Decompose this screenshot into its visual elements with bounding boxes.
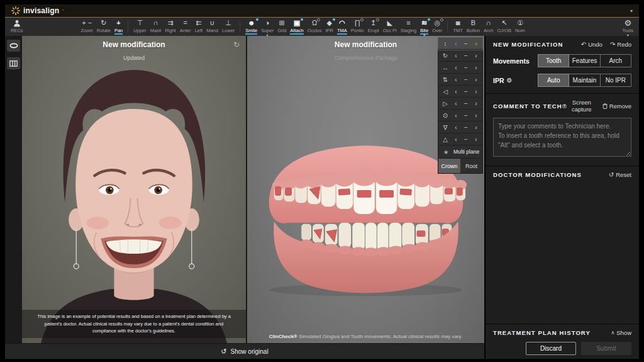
tool-tools[interactable]: ⚙ Tools	[620, 18, 635, 36]
remove-button[interactable]: Remove	[602, 103, 631, 110]
tool-recs[interactable]: RECs	[9, 18, 25, 36]
movements-label: Movements	[493, 57, 538, 65]
reset-button[interactable]: ↺ Reset	[609, 171, 631, 178]
tool-lower[interactable]: ⊥ Lower	[220, 18, 236, 36]
layout-view-button[interactable]	[7, 57, 20, 69]
toolbar-divider[interactable]	[447, 21, 448, 33]
movement-value[interactable]: −	[461, 98, 471, 110]
ipr-settings-gear-icon[interactable]: ⚙	[507, 77, 513, 84]
movement-increase-button[interactable]: ›	[471, 38, 481, 50]
tool-right[interactable]: ⇉ Right	[163, 18, 178, 36]
crown-button[interactable]: Crown	[438, 159, 460, 173]
movement-increase-button[interactable]: ›	[471, 122, 481, 133]
ipr-option[interactable]: Auto	[538, 74, 569, 87]
tool-arch[interactable]: ∩ Arch	[482, 18, 495, 36]
movement-increase-button[interactable]: ›	[471, 98, 481, 110]
movement-increase-button[interactable]: ›	[471, 110, 481, 122]
discard-button[interactable]: Discard	[526, 342, 576, 355]
redo-button[interactable]: ↷ Redo	[610, 41, 631, 48]
movement-decrease-button[interactable]: ‹	[451, 62, 461, 74]
movement-decrease-button[interactable]: ‹	[451, 98, 461, 110]
tool-num[interactable]: ① Num	[513, 18, 527, 36]
movements-option[interactable]: Arch	[600, 54, 631, 67]
camera-icon	[562, 103, 567, 109]
tool-tma[interactable]: ◠ TMA	[335, 18, 349, 36]
tool-attach[interactable]: ▣ Attach	[288, 18, 305, 36]
tool-icon: ∏	[355, 19, 360, 27]
tool-left[interactable]: ⇇ Left	[193, 18, 205, 36]
movement-decrease-button[interactable]: ‹	[451, 50, 461, 62]
movement-decrease-button[interactable]: ‹	[451, 110, 461, 122]
undo-button[interactable]: ↶ Undo	[581, 41, 602, 48]
movement-increase-button[interactable]: ›	[471, 74, 481, 86]
tool-staging[interactable]: ≡ Staging	[399, 18, 418, 36]
movement-decrease-button[interactable]: ‹	[451, 122, 461, 133]
tool-tmt[interactable]: ◙ TMT	[451, 18, 464, 36]
view-mode-strip: ▾	[5, 36, 22, 343]
movement-torque: ⇅ ‹ − ›	[438, 74, 482, 86]
tool-over[interactable]: ◎ Over	[430, 18, 444, 36]
movement-type-icon: ↔	[440, 64, 451, 71]
movement-increase-button[interactable]: ›	[471, 62, 481, 74]
tool-occlus[interactable]: Ω Occlus	[306, 18, 324, 36]
tool-rotate[interactable]: ↻ Rotate	[95, 18, 113, 36]
history-show-button[interactable]: ∧ Show	[611, 329, 631, 336]
movement-decrease-button[interactable]: ‹	[451, 38, 461, 50]
tool-zoom[interactable]: + − Zoom	[79, 18, 95, 36]
movement-value[interactable]: −	[461, 122, 471, 133]
movements-option[interactable]: Features	[569, 54, 600, 67]
toolbar-divider[interactable]	[128, 21, 128, 33]
patient-photo	[22, 36, 246, 343]
model-viewport[interactable]: New modification Comprehensive Package	[246, 36, 484, 343]
tool-ipr[interactable]: ◆ IPR	[324, 18, 336, 36]
movement-value[interactable]: −	[461, 50, 471, 62]
comment-to-tech-input[interactable]	[493, 118, 631, 157]
movement-value[interactable]: −	[461, 110, 471, 122]
movement-increase-button[interactable]: ›	[471, 86, 481, 98]
tool-anter[interactable]: = Anter	[178, 18, 193, 36]
tool-label: Right	[165, 28, 176, 33]
window-menu-caret-icon[interactable]: ▾	[630, 8, 633, 14]
movements-option[interactable]: Tooth	[538, 54, 569, 67]
photo-refresh-icon[interactable]: ↻	[233, 40, 240, 49]
tool-icon: ⊤	[137, 19, 143, 27]
trash-icon	[602, 103, 608, 109]
tool-ojob[interactable]: ↖ OJ/OB	[496, 18, 514, 36]
tool-erupt[interactable]: ↥ Erupt	[366, 18, 381, 36]
tool-pan[interactable]: + Pan	[113, 18, 125, 36]
movement-decrease-button[interactable]: ‹	[451, 86, 461, 98]
submit-button[interactable]: Submit	[581, 342, 631, 355]
movement-decrease-button[interactable]: ‹	[451, 133, 461, 145]
movement-value[interactable]: −	[461, 86, 471, 98]
tool-smile[interactable]: ☻ Smile	[243, 18, 259, 36]
tool-icon: ∩	[153, 19, 158, 27]
movement-rows: ↕ ‹ − › ↻ ‹ − ›	[438, 38, 482, 145]
movement-increase-button[interactable]: ›	[471, 133, 481, 145]
ipr-option[interactable]: Maintain	[569, 74, 600, 87]
movement-value[interactable]: −	[461, 133, 471, 145]
tool-upper[interactable]: ⊤ Upper	[131, 18, 148, 36]
movement-decrease-button[interactable]: ‹	[451, 74, 461, 86]
movement-value[interactable]: −	[461, 62, 471, 74]
movement-increase-button[interactable]: ›	[471, 50, 481, 62]
movement-value[interactable]: −	[461, 74, 471, 86]
tool-bolton[interactable]: B Bolton	[465, 18, 482, 36]
tool-bite[interactable]: ≋ Bite	[418, 18, 430, 36]
tool-mand[interactable]: ∪ Mand	[204, 18, 220, 36]
tool-maxil[interactable]: ∩ Maxil	[148, 18, 164, 36]
root-button[interactable]: Root	[460, 159, 482, 173]
tool-occpl[interactable]: ◣ Occ Pl	[381, 18, 399, 36]
tool-pontic[interactable]: ∏ Pontic	[349, 18, 366, 36]
tool-super[interactable]: ◑ Super	[259, 18, 275, 36]
aligner-view-button[interactable]	[7, 40, 20, 52]
toolbar-divider[interactable]	[240, 21, 240, 33]
movement-value[interactable]: −	[461, 38, 471, 50]
screen-capture-button[interactable]: Screen capture	[562, 99, 595, 113]
patient-photo-panel[interactable]: New modification Updated ↻ This image is…	[22, 36, 246, 343]
tool-grid[interactable]: ⊞ Grid	[275, 18, 288, 36]
ipr-option[interactable]: No IPR	[600, 74, 631, 87]
tool-label: OJ/OB	[497, 28, 512, 33]
multi-plane-button[interactable]: ∗ Multi plane	[438, 145, 482, 159]
show-original-button[interactable]: ↺ Show original	[5, 343, 484, 359]
tool-icon: ◆	[327, 19, 332, 27]
